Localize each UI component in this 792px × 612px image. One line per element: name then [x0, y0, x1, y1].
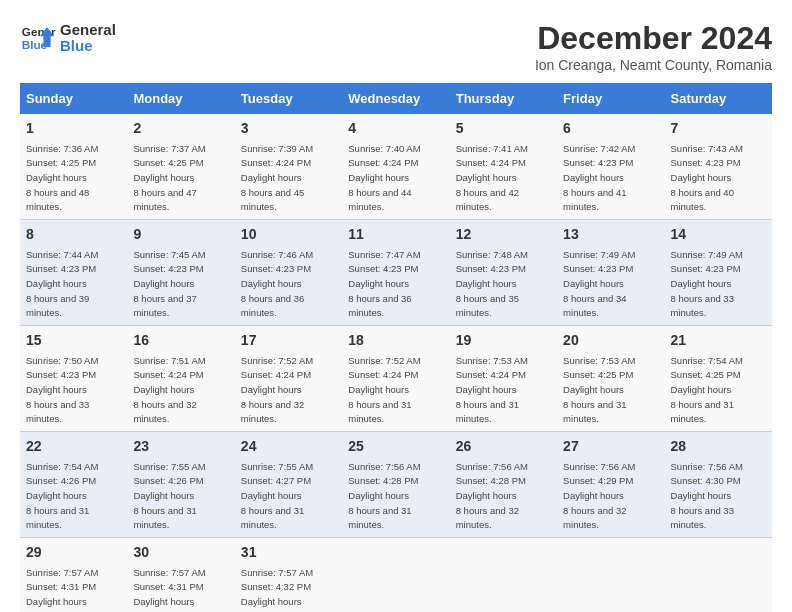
calendar-cell: 13Sunrise: 7:49 AMSunset: 4:23 PMDayligh… — [557, 220, 664, 326]
calendar-cell: 10Sunrise: 7:46 AMSunset: 4:23 PMDayligh… — [235, 220, 342, 326]
sunrise-info: Sunrise: 7:55 AM — [133, 461, 205, 472]
daylight-label: Daylight hours — [348, 278, 409, 289]
day-number: 21 — [671, 331, 766, 351]
daylight-duration: 8 hours and 41 minutes. — [563, 187, 626, 213]
day-number: 4 — [348, 119, 443, 139]
daylight-duration: 8 hours and 44 minutes. — [348, 187, 411, 213]
week-row: 15Sunrise: 7:50 AMSunset: 4:23 PMDayligh… — [20, 326, 772, 432]
sunrise-info: Sunrise: 7:52 AM — [241, 355, 313, 366]
sunrise-info: Sunrise: 7:44 AM — [26, 249, 98, 260]
sunrise-info: Sunrise: 7:54 AM — [671, 355, 743, 366]
sunset-info: Sunset: 4:24 PM — [348, 369, 418, 380]
daylight-duration: 8 hours and 32 minutes. — [133, 399, 196, 425]
calendar-cell: 6Sunrise: 7:42 AMSunset: 4:23 PMDaylight… — [557, 114, 664, 220]
calendar-cell: 5Sunrise: 7:41 AMSunset: 4:24 PMDaylight… — [450, 114, 557, 220]
daylight-label: Daylight hours — [241, 278, 302, 289]
sunset-info: Sunset: 4:32 PM — [241, 581, 311, 592]
calendar-cell: 30Sunrise: 7:57 AMSunset: 4:31 PMDayligh… — [127, 538, 234, 612]
sunrise-info: Sunrise: 7:49 AM — [563, 249, 635, 260]
day-number: 5 — [456, 119, 551, 139]
sunset-info: Sunset: 4:26 PM — [133, 475, 203, 486]
sunset-info: Sunset: 4:23 PM — [241, 263, 311, 274]
daylight-duration: 8 hours and 31 minutes. — [348, 399, 411, 425]
calendar-cell: 19Sunrise: 7:53 AMSunset: 4:24 PMDayligh… — [450, 326, 557, 432]
sunset-info: Sunset: 4:28 PM — [348, 475, 418, 486]
calendar-cell: 21Sunrise: 7:54 AMSunset: 4:25 PMDayligh… — [665, 326, 772, 432]
calendar-cell — [450, 538, 557, 612]
day-number: 13 — [563, 225, 658, 245]
location-subtitle: Ion Creanga, Neamt County, Romania — [535, 57, 772, 73]
daylight-label: Daylight hours — [26, 490, 87, 501]
daylight-label: Daylight hours — [671, 384, 732, 395]
calendar-cell — [342, 538, 449, 612]
month-title: December 2024 — [535, 20, 772, 57]
calendar-cell: 29Sunrise: 7:57 AMSunset: 4:31 PMDayligh… — [20, 538, 127, 612]
day-number: 2 — [133, 119, 228, 139]
sunset-info: Sunset: 4:31 PM — [26, 581, 96, 592]
calendar-cell — [557, 538, 664, 612]
daylight-label: Daylight hours — [133, 490, 194, 501]
daylight-label: Daylight hours — [348, 384, 409, 395]
sunrise-info: Sunrise: 7:48 AM — [456, 249, 528, 260]
sunrise-info: Sunrise: 7:42 AM — [563, 143, 635, 154]
sunrise-info: Sunrise: 7:56 AM — [348, 461, 420, 472]
day-number: 12 — [456, 225, 551, 245]
title-block: December 2024 Ion Creanga, Neamt County,… — [535, 20, 772, 73]
calendar-table: SundayMondayTuesdayWednesdayThursdayFrid… — [20, 83, 772, 612]
sunset-info: Sunset: 4:24 PM — [241, 369, 311, 380]
sunrise-info: Sunrise: 7:56 AM — [456, 461, 528, 472]
daylight-label: Daylight hours — [671, 278, 732, 289]
sunset-info: Sunset: 4:23 PM — [348, 263, 418, 274]
day-number: 17 — [241, 331, 336, 351]
day-number: 20 — [563, 331, 658, 351]
header-row: SundayMondayTuesdayWednesdayThursdayFrid… — [20, 83, 772, 114]
day-number: 19 — [456, 331, 551, 351]
day-number: 25 — [348, 437, 443, 457]
daylight-label: Daylight hours — [241, 490, 302, 501]
sunrise-info: Sunrise: 7:52 AM — [348, 355, 420, 366]
sunset-info: Sunset: 4:24 PM — [456, 157, 526, 168]
sunset-info: Sunset: 4:24 PM — [348, 157, 418, 168]
daylight-label: Daylight hours — [26, 172, 87, 183]
sunset-info: Sunset: 4:24 PM — [456, 369, 526, 380]
sunrise-info: Sunrise: 7:43 AM — [671, 143, 743, 154]
sunrise-info: Sunrise: 7:41 AM — [456, 143, 528, 154]
calendar-cell: 14Sunrise: 7:49 AMSunset: 4:23 PMDayligh… — [665, 220, 772, 326]
sunset-info: Sunset: 4:24 PM — [241, 157, 311, 168]
day-number: 9 — [133, 225, 228, 245]
sunset-info: Sunset: 4:24 PM — [133, 369, 203, 380]
calendar-cell: 4Sunrise: 7:40 AMSunset: 4:24 PMDaylight… — [342, 114, 449, 220]
sunrise-info: Sunrise: 7:53 AM — [456, 355, 528, 366]
daylight-label: Daylight hours — [348, 172, 409, 183]
sunrise-info: Sunrise: 7:56 AM — [563, 461, 635, 472]
daylight-duration: 8 hours and 42 minutes. — [456, 187, 519, 213]
day-number: 3 — [241, 119, 336, 139]
daylight-duration: 8 hours and 31 minutes. — [241, 505, 304, 531]
sunrise-info: Sunrise: 7:39 AM — [241, 143, 313, 154]
calendar-cell: 7Sunrise: 7:43 AMSunset: 4:23 PMDaylight… — [665, 114, 772, 220]
day-number: 10 — [241, 225, 336, 245]
daylight-label: Daylight hours — [241, 596, 302, 607]
daylight-label: Daylight hours — [133, 596, 194, 607]
daylight-label: Daylight hours — [241, 172, 302, 183]
col-header-tuesday: Tuesday — [235, 83, 342, 114]
col-header-monday: Monday — [127, 83, 234, 114]
week-row: 1Sunrise: 7:36 AMSunset: 4:25 PMDaylight… — [20, 114, 772, 220]
daylight-label: Daylight hours — [563, 172, 624, 183]
day-number: 27 — [563, 437, 658, 457]
daylight-duration: 8 hours and 35 minutes. — [456, 293, 519, 319]
col-header-thursday: Thursday — [450, 83, 557, 114]
daylight-label: Daylight hours — [456, 384, 517, 395]
day-number: 7 — [671, 119, 766, 139]
logo-general: General — [60, 22, 116, 39]
sunset-info: Sunset: 4:23 PM — [456, 263, 526, 274]
sunset-info: Sunset: 4:31 PM — [133, 581, 203, 592]
day-number: 31 — [241, 543, 336, 563]
daylight-duration: 8 hours and 48 minutes. — [26, 187, 89, 213]
daylight-label: Daylight hours — [671, 490, 732, 501]
sunrise-info: Sunrise: 7:57 AM — [26, 567, 98, 578]
daylight-duration: 8 hours and 31 minutes. — [456, 399, 519, 425]
calendar-cell: 9Sunrise: 7:45 AMSunset: 4:23 PMDaylight… — [127, 220, 234, 326]
day-number: 22 — [26, 437, 121, 457]
daylight-label: Daylight hours — [456, 490, 517, 501]
